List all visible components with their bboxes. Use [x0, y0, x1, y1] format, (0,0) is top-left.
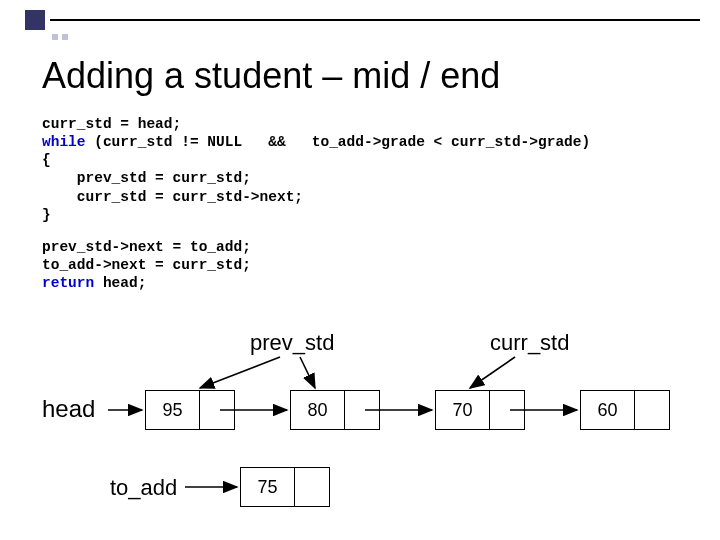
node-value: 75	[241, 468, 294, 506]
code-line: head;	[94, 275, 146, 291]
keyword-return: return	[42, 275, 94, 291]
list-node: 60	[580, 390, 670, 430]
keyword-while: while	[42, 134, 86, 150]
label-head: head	[42, 395, 95, 423]
node-next-box	[489, 391, 524, 429]
code-block-2: prev_std->next = to_add; to_add->next = …	[42, 238, 690, 292]
code-line: curr_std = head;	[42, 116, 181, 132]
node-next-box	[199, 391, 234, 429]
accent-dot	[52, 34, 58, 40]
node-next-box	[294, 468, 329, 506]
code-line: prev_std = curr_std;	[42, 170, 251, 186]
node-value: 95	[146, 391, 199, 429]
list-node: 70	[435, 390, 525, 430]
node-next-box	[634, 391, 669, 429]
accent-square	[25, 10, 45, 30]
list-node-toadd: 75	[240, 467, 330, 507]
code-line: {	[42, 152, 51, 168]
svg-line-7	[200, 357, 280, 388]
code-line: prev_std->next = to_add;	[42, 239, 251, 255]
code-line: curr_std = curr_std->next;	[42, 189, 303, 205]
code-line: (curr_std != NULL && to_add->grade < cur…	[86, 134, 591, 150]
svg-line-9	[470, 357, 515, 388]
code-line: to_add->next = curr_std;	[42, 257, 251, 273]
label-to-add: to_add	[110, 475, 177, 501]
label-curr-std: curr_std	[490, 330, 569, 356]
node-value: 60	[581, 391, 634, 429]
accent-dot	[62, 34, 68, 40]
code-line: }	[42, 207, 51, 223]
node-value: 70	[436, 391, 489, 429]
node-next-box	[344, 391, 379, 429]
list-node: 95	[145, 390, 235, 430]
node-value: 80	[291, 391, 344, 429]
slide-title: Adding a student – mid / end	[42, 55, 690, 97]
svg-line-8	[300, 357, 315, 388]
code-block-1: curr_std = head; while (curr_std != NULL…	[42, 115, 690, 224]
list-node: 80	[290, 390, 380, 430]
label-prev-std: prev_std	[250, 330, 334, 356]
top-rule	[50, 19, 700, 21]
